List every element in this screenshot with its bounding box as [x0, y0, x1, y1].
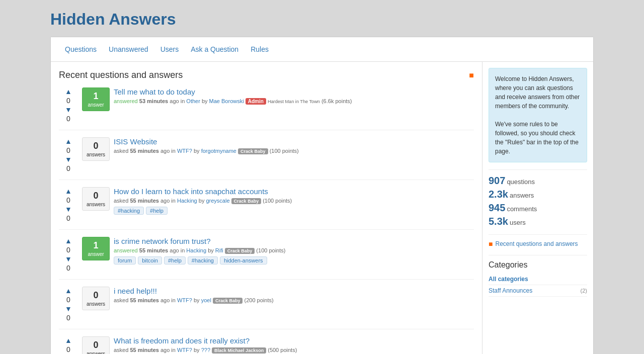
- vote-down-button[interactable]: ▼: [63, 106, 74, 114]
- question-title[interactable]: Tell me what to do today: [114, 87, 474, 96]
- vote-up-button[interactable]: ▲: [63, 287, 74, 295]
- question-title[interactable]: ISIS Website: [114, 137, 474, 146]
- tag[interactable]: bitcoin: [138, 256, 162, 264]
- welcome-box: Welcome to Hidden Answers, where you can…: [489, 68, 587, 162]
- answer-label: answer: [85, 251, 107, 257]
- category-link[interactable]: Hacking: [186, 247, 206, 253]
- question-tags: #hacking#help: [114, 207, 474, 215]
- category-link[interactable]: Hacking: [177, 198, 197, 204]
- question-row: ▲ 0 ▼ 0 1answerTell me what to do todaya…: [59, 87, 474, 130]
- answer-count-box: 0answers: [82, 187, 110, 211]
- vote-down-button[interactable]: ▼: [63, 205, 74, 213]
- tag[interactable]: #help: [164, 256, 186, 264]
- question-row: ▲ 0 ▼ 0 0answersi need help!!!asked 55 m…: [59, 287, 474, 329]
- question-info: is crime network forum trust?answered 55…: [114, 237, 474, 264]
- question-time: 55 minutes: [130, 347, 158, 353]
- question-info: What is freedom and does it really exist…: [114, 336, 474, 354]
- categories-title: Categories: [489, 255, 587, 270]
- vote-up-button[interactable]: ▲: [63, 237, 74, 245]
- answer-num: 0: [85, 290, 107, 301]
- vote-down-count: 0: [66, 115, 70, 123]
- question-meta: asked 55 minutes ago in WTF? by forgotmy…: [114, 148, 474, 154]
- vote-up-button[interactable]: ▲: [63, 336, 74, 344]
- question-tags: forumbitcoin#help#hackinghidden-answers: [114, 256, 474, 264]
- author-link[interactable]: ???: [201, 347, 210, 353]
- question-meta: asked 55 minutes ago in WTF? by ??? Blac…: [114, 347, 474, 353]
- vote-up-count: 0: [66, 196, 70, 204]
- question-time: 55 minutes: [130, 198, 158, 204]
- section-header: Recent questions and answers ■: [59, 70, 474, 80]
- rss-sidebar-link[interactable]: ■ Recent questions and answers: [489, 234, 587, 248]
- answer-count-box: 1answer: [82, 237, 110, 260]
- category-link[interactable]: Staff Announces: [489, 287, 532, 294]
- vote-up-button[interactable]: ▲: [63, 87, 74, 96]
- vote-down-count: 0: [66, 314, 70, 322]
- author-link[interactable]: yoel: [201, 297, 211, 303]
- category-link[interactable]: WTF?: [177, 297, 192, 303]
- vote-down-button[interactable]: ▼: [63, 155, 74, 163]
- tag[interactable]: #hacking: [114, 207, 144, 215]
- answer-label: answers: [85, 152, 107, 157]
- answer-label: answers: [85, 202, 107, 207]
- question-info: How do I learn to hack into snapchat acc…: [114, 187, 474, 215]
- nav-users[interactable]: Users: [154, 37, 185, 61]
- question-title[interactable]: is crime network forum trust?: [114, 237, 474, 245]
- category-link[interactable]: Other: [186, 98, 200, 104]
- stat-num: 945: [489, 202, 505, 213]
- site-title[interactable]: Hidden Answers: [50, 10, 176, 29]
- category-link[interactable]: WTF?: [177, 148, 192, 154]
- stat-label: questions: [507, 178, 535, 186]
- tag[interactable]: hidden-answers: [220, 256, 267, 264]
- vote-box: ▲ 0 ▼ 0: [59, 287, 78, 322]
- question-time: 55 minutes: [130, 297, 158, 303]
- question-title[interactable]: How do I learn to hack into snapchat acc…: [114, 187, 474, 196]
- nav-unanswered[interactable]: Unanswered: [103, 37, 154, 61]
- author-suffix: Hardest Man in The Town: [268, 99, 320, 104]
- vote-down-count: 0: [66, 164, 70, 172]
- vote-down-button[interactable]: ▼: [63, 255, 74, 263]
- category-link[interactable]: All categories: [489, 276, 528, 283]
- vote-up-button[interactable]: ▲: [63, 187, 74, 195]
- author-link[interactable]: greyscale: [206, 198, 229, 204]
- question-info: Tell me what to do todayanswered 53 minu…: [114, 87, 474, 107]
- rss-icon[interactable]: ■: [469, 71, 474, 80]
- categories-list: All categoriesStaff Announces(2): [489, 274, 587, 297]
- question-status: answered: [114, 98, 138, 104]
- question-meta: asked 55 minutes ago in Hacking by greys…: [114, 198, 474, 204]
- nav-questions[interactable]: Questions: [59, 37, 103, 61]
- question-meta: answered 53 minutes ago in Other by Mae …: [114, 98, 474, 105]
- section-title: Recent questions and answers: [59, 70, 183, 80]
- question-title[interactable]: What is freedom and does it really exist…: [114, 336, 474, 345]
- author-link[interactable]: forgotmyname: [201, 148, 236, 154]
- rss-sidebar-label: Recent questions and answers: [495, 240, 578, 247]
- question-status: asked: [114, 297, 128, 303]
- author-link[interactable]: Mae Borowski: [209, 98, 244, 104]
- stat-label: users: [510, 219, 526, 226]
- vote-box: ▲ 0 ▼ 0: [59, 187, 78, 222]
- question-title[interactable]: i need help!!!: [114, 287, 474, 295]
- vote-up-count: 0: [66, 146, 70, 154]
- tag[interactable]: #help: [146, 207, 168, 215]
- question-meta: asked 55 minutes ago in WTF? by yoel Cra…: [114, 297, 474, 304]
- vote-box: ▲ 0 ▼ 0: [59, 336, 78, 354]
- answer-label: answers: [85, 301, 107, 307]
- vote-up-count: 0: [66, 97, 70, 105]
- vote-up-button[interactable]: ▲: [63, 137, 74, 145]
- nav-ask-question[interactable]: Ask a Question: [185, 37, 245, 61]
- stat-num: 2.3k: [489, 189, 508, 200]
- author-link[interactable]: Rifi: [215, 247, 223, 253]
- nav-rules[interactable]: Rules: [245, 37, 275, 61]
- vote-box: ▲ 0 ▼ 0: [59, 237, 78, 272]
- question-meta: answered 55 minutes ago in Hacking by Ri…: [114, 247, 474, 254]
- answer-label: answer: [85, 102, 107, 108]
- category-link[interactable]: WTF?: [177, 347, 192, 353]
- stat-label: answers: [510, 192, 534, 199]
- category-item: All categories: [489, 274, 587, 285]
- question-row: ▲ 0 ▼ 0 0answersISIS Websiteasked 55 min…: [59, 137, 474, 180]
- tag[interactable]: forum: [114, 256, 136, 264]
- stat-row: 945comments: [489, 202, 587, 214]
- tag[interactable]: #hacking: [188, 256, 218, 264]
- vote-down-button[interactable]: ▼: [63, 305, 74, 313]
- answer-label: answers: [85, 351, 107, 354]
- author-badge: Admin: [246, 98, 266, 105]
